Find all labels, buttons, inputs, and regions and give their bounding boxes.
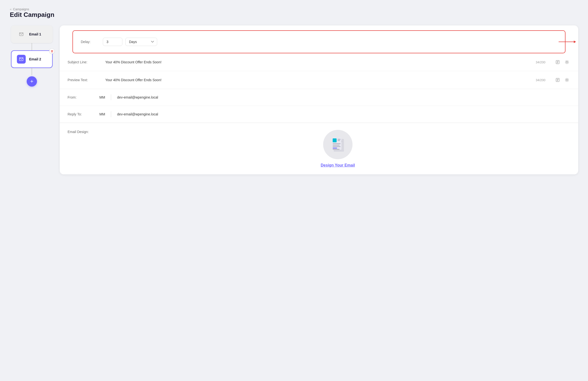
svg-rect-40 <box>333 148 337 149</box>
email1-label: Email 1 <box>29 32 41 36</box>
reply-to-values: MM dev-email@wpengine.local <box>99 111 570 117</box>
arrow-indicator <box>559 41 576 42</box>
svg-point-19 <box>566 79 568 81</box>
subject-line-count: 34/200 <box>536 60 546 64</box>
from-label: From: <box>67 95 99 99</box>
preview-text-value[interactable]: Your 40% Discount Offer Ends Soon! <box>105 78 530 82</box>
email2-icon <box>17 55 26 64</box>
from-row: From: MM dev-email@wpengine.local <box>60 89 578 106</box>
subject-ai-icon-btn[interactable] <box>564 59 570 66</box>
svg-rect-41 <box>333 149 339 150</box>
preview-ai-icon-btn[interactable] <box>564 76 570 83</box>
page-title: Edit Campaign <box>10 11 578 19</box>
reply-to-label: Reply To: <box>67 112 99 116</box>
subject-line-actions <box>554 59 570 66</box>
add-email-button[interactable]: + <box>27 76 37 87</box>
svg-rect-38 <box>333 145 339 146</box>
from-divider <box>111 95 111 100</box>
delay-unit-select[interactable]: Days Minutes Hours Weeks <box>125 38 157 46</box>
delay-value-input[interactable] <box>103 38 122 46</box>
svg-line-11 <box>566 61 566 61</box>
svg-line-25 <box>568 81 568 81</box>
svg-point-6 <box>566 61 568 63</box>
breadcrumb-label: Campaigns <box>13 7 29 11</box>
svg-rect-34 <box>333 138 336 142</box>
design-your-email-link[interactable]: Design Your Email <box>321 163 355 168</box>
reply-to-name[interactable]: MM <box>99 112 105 116</box>
from-email[interactable]: dev-email@wpengine.local <box>117 95 158 99</box>
preview-text-label: Preview Text: <box>67 78 99 82</box>
email-design-label: Email Design: <box>67 130 99 134</box>
breadcrumb[interactable]: « Campaigns <box>10 7 578 11</box>
from-name[interactable]: MM <box>99 95 105 99</box>
svg-rect-37 <box>333 143 340 144</box>
svg-line-12 <box>568 63 568 63</box>
svg-line-13 <box>566 63 566 63</box>
reply-to-divider <box>111 111 111 117</box>
preview-list-icon-btn[interactable] <box>554 76 561 83</box>
delay-section: Delay: Days Minutes Hours Weeks <box>72 30 566 53</box>
email2-card[interactable]: Email 2 <box>11 50 53 68</box>
svg-line-27 <box>568 79 568 79</box>
reply-to-email[interactable]: dev-email@wpengine.local <box>117 112 158 116</box>
svg-rect-39 <box>333 146 340 147</box>
design-thumbnail <box>323 130 353 159</box>
content-card: Delay: Days Minutes Hours Weeks Subject … <box>60 25 578 174</box>
reply-to-row: Reply To: MM dev-email@wpengine.local <box>60 106 578 123</box>
svg-rect-36 <box>337 140 340 141</box>
connector-2 <box>32 68 32 75</box>
plus-icon: + <box>30 79 34 84</box>
email1-card[interactable]: Email 1 <box>11 25 53 43</box>
subject-line-row: Subject Line: Your 40% Discount Offer En… <box>60 53 578 71</box>
svg-line-24 <box>566 79 566 79</box>
email2-label: Email 2 <box>29 57 41 61</box>
email-design-preview: Design Your Email <box>105 130 570 168</box>
svg-line-14 <box>568 61 568 61</box>
subject-line-label: Subject Line: <box>67 60 99 64</box>
email1-icon <box>17 30 26 39</box>
from-values: MM dev-email@wpengine.local <box>99 95 570 100</box>
email-design-section: Email Design: <box>60 123 578 174</box>
breadcrumb-arrow: « <box>10 7 12 11</box>
subject-line-value[interactable]: Your 40% Discount Offer Ends Soon! <box>105 60 530 64</box>
preview-text-row: Preview Text: Your 40% Discount Offer En… <box>60 71 578 89</box>
delete-email2-button[interactable] <box>49 48 55 54</box>
svg-line-26 <box>566 81 566 81</box>
connector-1 <box>32 43 32 50</box>
preview-text-count: 34/200 <box>536 78 546 82</box>
delay-label: Delay: <box>81 40 103 44</box>
sidebar: Email 1 Email 2 + <box>10 25 54 87</box>
svg-rect-35 <box>337 139 340 140</box>
subject-list-icon-btn[interactable] <box>554 59 561 66</box>
preview-text-actions <box>554 76 570 83</box>
